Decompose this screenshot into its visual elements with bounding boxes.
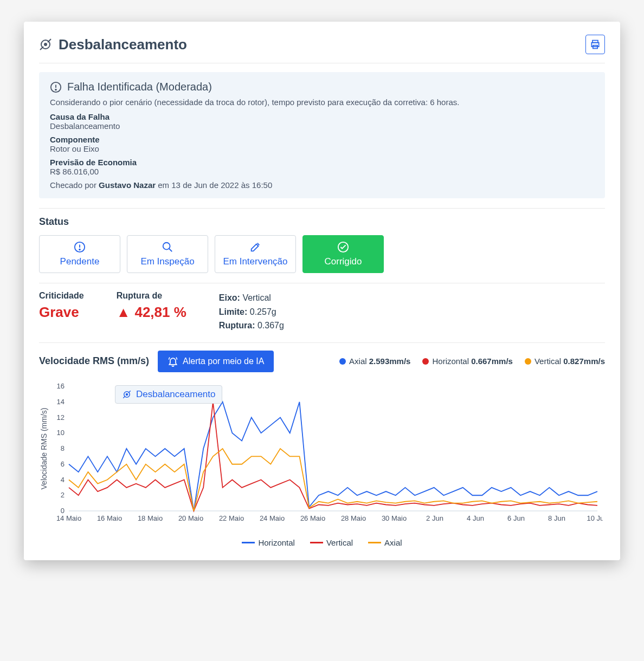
svg-text:12: 12 <box>57 413 65 421</box>
svg-text:10 Jun: 10 Jun <box>587 514 603 522</box>
bell-icon <box>168 356 178 367</box>
checked-by: Checado por Gustavo Nazar em 13 de Jun d… <box>50 180 594 190</box>
cause-value: Desbalanceamento <box>50 121 594 131</box>
ai-alert-button[interactable]: Alerta por meio de IA <box>158 351 274 372</box>
svg-line-18 <box>123 396 125 398</box>
status-icon <box>162 241 173 253</box>
svg-point-9 <box>55 89 56 90</box>
criticality-label: Criticidade <box>39 291 84 301</box>
print-button[interactable] <box>585 35 605 54</box>
legend-item: Vertical <box>310 538 353 547</box>
svg-text:18 Maio: 18 Maio <box>138 514 163 522</box>
rupture-label: Ruptura de <box>117 291 186 301</box>
component-label: Componente <box>50 135 594 144</box>
legend-top: Axial 2.593mm/sHorizontal 0.667mm/sVerti… <box>339 357 605 366</box>
svg-text:28 Maio: 28 Maio <box>341 514 366 522</box>
savings-value: R$ 86.016,00 <box>50 167 594 176</box>
chart-title: Velocidade RMS (mm/s) <box>39 355 149 367</box>
status-icon <box>74 241 86 253</box>
svg-text:26 Maio: 26 Maio <box>300 514 325 522</box>
svg-point-13 <box>163 243 170 250</box>
component-value: Rotor ou Eixo <box>50 144 594 153</box>
svg-text:14 Maio: 14 Maio <box>56 514 81 522</box>
legend-item: Horizontal 0.667mm/s <box>422 357 512 366</box>
triangle-up-icon: ▲ <box>117 304 131 321</box>
status-icon <box>249 241 261 253</box>
alert-description: Considerando o pior cenário (necessidade… <box>50 98 594 107</box>
svg-text:24 Maio: 24 Maio <box>260 514 285 522</box>
svg-text:4 Jun: 4 Jun <box>467 514 484 522</box>
svg-text:8 Jun: 8 Jun <box>548 514 565 522</box>
status-heading: Status <box>39 216 605 228</box>
detail-card: Desbalanceamento Falha Identificada (Mod… <box>24 22 620 560</box>
chart-area: Desbalanceamento 0246810121416Velocidade… <box>39 381 605 533</box>
svg-text:2: 2 <box>61 491 65 499</box>
card-header: Desbalanceamento <box>39 35 605 63</box>
svg-text:4: 4 <box>61 475 65 483</box>
status-option[interactable]: Corrigido <box>302 235 384 273</box>
svg-point-1 <box>44 43 47 46</box>
svg-text:10: 10 <box>57 429 65 437</box>
imbalance-icon <box>122 390 132 399</box>
svg-text:14: 14 <box>57 398 65 406</box>
status-option[interactable]: Pendente <box>39 235 120 273</box>
svg-line-19 <box>128 391 131 393</box>
rupture-value: 42,81 % <box>134 304 186 321</box>
chart-tooltip: Desbalanceamento <box>115 385 222 404</box>
legend-item: Axial 2.593mm/s <box>339 357 410 366</box>
savings-label: Previsão de Economia <box>50 158 594 167</box>
legend-item: Horizontal <box>242 538 295 547</box>
imbalance-icon <box>39 38 52 51</box>
svg-text:16 Maio: 16 Maio <box>97 514 122 522</box>
status-option[interactable]: Em Intervenção <box>215 235 296 273</box>
svg-text:2 Jun: 2 Jun <box>426 514 443 522</box>
cause-label: Causa da Falha <box>50 112 594 121</box>
chart-header: Velocidade RMS (mm/s) Alerta por meio de… <box>39 351 605 372</box>
svg-text:6 Jun: 6 Jun <box>507 514 525 522</box>
page-title: Desbalanceamento <box>59 36 187 53</box>
status-icon <box>337 241 349 253</box>
legend-bottom: HorizontalVerticalAxial <box>39 538 605 547</box>
print-icon <box>590 39 601 50</box>
warning-icon <box>50 81 62 93</box>
legend-item: Vertical 0.827mm/s <box>525 357 605 366</box>
svg-point-12 <box>79 249 80 250</box>
svg-text:6: 6 <box>61 460 65 468</box>
fault-alert-box: Falha Identificada (Moderada) Consideran… <box>39 72 605 198</box>
svg-text:8: 8 <box>61 444 65 452</box>
criticality-value: Grave <box>39 304 84 321</box>
svg-text:20 Maio: 20 Maio <box>178 514 203 522</box>
svg-text:22 Maio: 22 Maio <box>219 514 244 522</box>
svg-text:0: 0 <box>61 507 65 515</box>
svg-text:16: 16 <box>57 382 65 390</box>
metrics-row: Criticidade Grave Ruptura de ▲ 42,81 % E… <box>39 291 605 333</box>
svg-line-14 <box>169 249 172 252</box>
status-options: PendenteEm InspeçãoEm IntervençãoCorrigi… <box>39 235 605 273</box>
svg-point-17 <box>126 393 128 395</box>
alert-title: Falha Identificada (Moderada) <box>67 81 212 93</box>
legend-item: Axial <box>368 538 402 547</box>
status-option[interactable]: Em Inspeção <box>127 235 208 273</box>
svg-text:Velocidade RMS (mm/s): Velocidade RMS (mm/s) <box>40 407 48 489</box>
line-chart: 0246810121416Velocidade RMS (mm/s)14 Mai… <box>39 381 603 533</box>
svg-text:30 Maio: 30 Maio <box>382 514 407 522</box>
